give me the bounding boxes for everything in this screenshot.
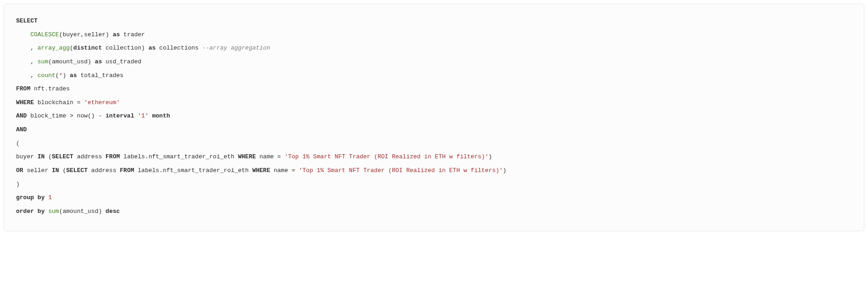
- kw-by: by: [38, 194, 45, 201]
- kw-desc: desc: [106, 208, 120, 215]
- kw-by: by: [38, 208, 45, 215]
- fn-sum: sum: [48, 208, 59, 215]
- kw-interval: interval: [106, 112, 134, 119]
- kw-or: OR: [16, 167, 23, 174]
- comment: --array aggregation: [202, 45, 270, 51]
- kw-where: WHERE: [252, 167, 270, 174]
- sql-code-block: SELECT COALESCE(buyer,seller) as trader …: [4, 4, 864, 231]
- fn-count: count: [38, 72, 56, 79]
- kw-as: as: [113, 31, 120, 38]
- num-one: 1: [48, 194, 52, 201]
- kw-select: SELECT: [52, 153, 73, 160]
- kw-where: WHERE: [16, 99, 34, 106]
- kw-order: order: [16, 208, 34, 215]
- str-top1: 'Top 1% Smart NFT Trader (ROI Realized i…: [299, 167, 503, 174]
- fn-array-agg: array_agg: [38, 45, 70, 51]
- kw-select: SELECT: [66, 167, 88, 174]
- str-one: '1': [138, 112, 148, 119]
- kw-select: SELECT: [16, 17, 38, 24]
- kw-and: AND: [16, 112, 27, 119]
- kw-month: month: [152, 112, 170, 119]
- fn-coalesce: COALESCE: [30, 31, 59, 38]
- kw-as: as: [95, 58, 102, 65]
- fn-sum: sum: [38, 58, 48, 65]
- kw-group: group: [16, 194, 34, 201]
- kw-in: IN: [52, 167, 59, 174]
- kw-in: IN: [38, 153, 45, 160]
- kw-from: FROM: [120, 167, 134, 174]
- kw-where: WHERE: [238, 153, 256, 160]
- str-ethereum: 'ethereum': [84, 99, 120, 106]
- str-top1: 'Top 1% Smart NFT Trader (ROI Realized i…: [284, 153, 489, 160]
- kw-from: FROM: [16, 85, 30, 92]
- kw-and: AND: [16, 126, 27, 133]
- kw-as: as: [149, 45, 156, 51]
- kw-as: as: [70, 72, 77, 79]
- kw-distinct: distinct: [73, 45, 102, 51]
- code-content: SELECT COALESCE(buyer,seller) as trader …: [16, 14, 852, 218]
- kw-from: FROM: [106, 153, 120, 160]
